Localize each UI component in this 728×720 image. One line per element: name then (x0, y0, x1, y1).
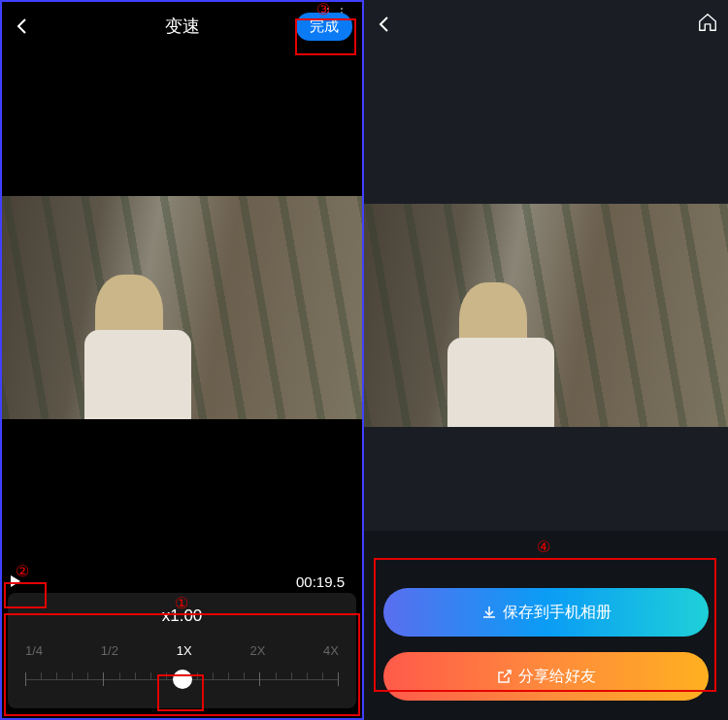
speed-label: 2X (249, 643, 265, 658)
slider-thumb[interactable] (173, 670, 192, 689)
annotation-label-1: ① (175, 594, 188, 612)
download-icon (481, 605, 497, 620)
speed-label: 1/2 (101, 643, 118, 658)
page-title: 变速 (165, 15, 200, 38)
save-to-album-button[interactable]: 保存到手机相册 (383, 588, 709, 637)
back-icon[interactable] (12, 16, 31, 36)
back-icon[interactable] (374, 15, 393, 34)
share-screen: 保存到手机相册 分享给好友 ④ (364, 0, 728, 720)
speed-editor-screen: ⋮⋮ 变速 完成 00:19.5 x1.00 1/4 1/2 1X 2X 4X (0, 0, 364, 720)
save-button-label: 保存到手机相册 (503, 603, 612, 623)
annotation-label-3: ③ (316, 0, 330, 18)
header: 变速 完成 (2, 2, 362, 50)
annotation-label-4: ④ (537, 538, 550, 556)
share-button-label: 分享给好友 (518, 667, 596, 687)
actions-panel: 保存到手机相册 分享给好友 (383, 588, 709, 701)
home-icon[interactable] (697, 12, 718, 37)
video-preview[interactable] (364, 204, 728, 427)
annotation-label-2: ② (16, 562, 29, 580)
playback-bar: 00:19.5 (2, 571, 362, 592)
header (364, 0, 728, 49)
share-to-friends-button[interactable]: 分享给好友 (383, 652, 709, 701)
speed-label: 1/4 (25, 643, 43, 658)
video-preview[interactable] (2, 196, 362, 419)
speed-label: 4X (323, 643, 339, 658)
speed-slider[interactable] (25, 668, 339, 691)
share-icon (497, 669, 513, 684)
speed-label: 1X (177, 643, 192, 658)
speed-labels: 1/4 1/2 1X 2X 4X (17, 643, 347, 658)
current-time: 00:19.5 (296, 573, 356, 590)
